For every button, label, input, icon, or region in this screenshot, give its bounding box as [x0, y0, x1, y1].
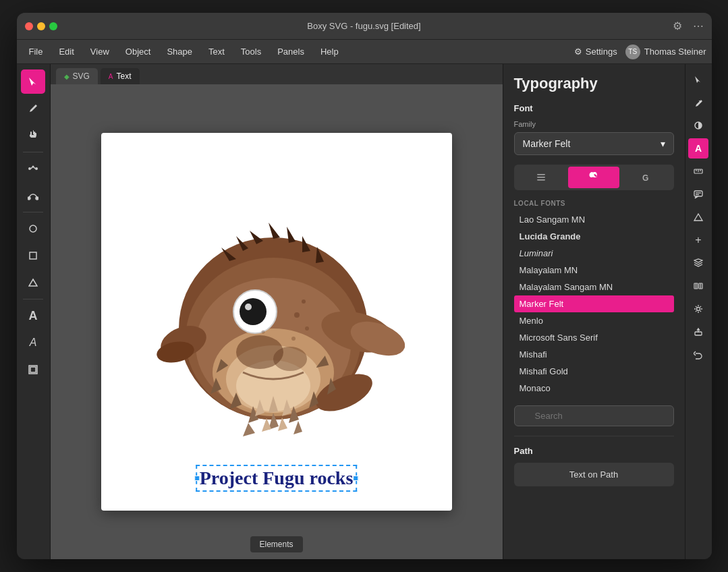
- font-source-list[interactable]: [516, 167, 567, 188]
- user-button[interactable]: TS Thomas Steiner: [625, 45, 706, 59]
- font-item-luminari[interactable]: Luminari: [514, 245, 674, 262]
- select-tool[interactable]: [21, 69, 45, 94]
- minimize-button[interactable]: [37, 22, 45, 30]
- menu-panels[interactable]: Panels: [271, 44, 311, 59]
- puzzle-icon[interactable]: ⚙: [673, 20, 682, 32]
- svg-point-73: [697, 308, 700, 311]
- font-item-malayalam[interactable]: Malayalam MN: [514, 262, 674, 279]
- rtool-triangle[interactable]: [688, 207, 708, 227]
- rtool-export[interactable]: [688, 322, 708, 342]
- menu-file[interactable]: File: [22, 44, 50, 59]
- text-element[interactable]: Project Fugu rocks: [197, 466, 356, 490]
- rtool-layers[interactable]: [688, 253, 708, 273]
- svg-point-1: [35, 167, 38, 170]
- nodes-tool[interactable]: [21, 156, 45, 181]
- svg-marker-26: [302, 236, 310, 252]
- font-family-select[interactable]: Marker Felt ▾: [514, 132, 674, 155]
- font-item-menlo[interactable]: Menlo: [514, 312, 674, 329]
- settings-button[interactable]: ⚙ Settings: [574, 47, 617, 57]
- maximize-button[interactable]: [49, 22, 57, 30]
- svg-point-4: [36, 197, 38, 200]
- font-search-input[interactable]: [514, 405, 674, 426]
- svg-text:G: G: [642, 173, 648, 183]
- menubar: File Edit View Object Shape Text Tools P…: [17, 40, 712, 64]
- font-item-mishafi-gold[interactable]: Mishafi Gold: [514, 363, 674, 380]
- app-window: Boxy SVG - fugu.svg [Edited] ⚙ ⋯ File Ed…: [17, 13, 712, 559]
- font-source-apple[interactable]: [568, 167, 619, 188]
- rtool-ruler[interactable]: [688, 161, 708, 181]
- menu-shape[interactable]: Shape: [160, 44, 199, 59]
- family-label: Family: [514, 120, 674, 128]
- more-icon[interactable]: ⋯: [693, 20, 704, 32]
- rtool-typography[interactable]: A: [688, 138, 708, 159]
- svg-marker-39: [243, 423, 255, 436]
- tab-text[interactable]: A Text: [101, 68, 140, 84]
- text-tool[interactable]: A: [21, 304, 45, 328]
- tab-svg-label: SVG: [73, 72, 90, 81]
- menu-object[interactable]: Object: [119, 44, 158, 59]
- svg-rect-65: [694, 191, 702, 196]
- right-icon-toolbar: A: [685, 64, 712, 559]
- menu-tools[interactable]: Tools: [234, 44, 268, 59]
- rtool-pen[interactable]: [688, 92, 708, 113]
- svg-point-49: [245, 304, 252, 310]
- font-item-marker-felt[interactable]: Marker Felt: [514, 295, 674, 312]
- rect-tool[interactable]: [21, 244, 45, 268]
- window-title: Boxy SVG - fugu.svg [Edited]: [307, 21, 420, 31]
- rtool-undo[interactable]: [688, 345, 708, 365]
- local-fonts-header: LOCAL FONTS: [514, 197, 674, 210]
- settings-label: Settings: [586, 47, 617, 57]
- rtool-library[interactable]: [688, 276, 708, 296]
- separator-3: [23, 299, 43, 299]
- titlebar: Boxy SVG - fugu.svg [Edited] ⚙ ⋯: [17, 13, 712, 40]
- svg-point-22: [273, 347, 307, 371]
- svg-marker-24: [269, 223, 280, 239]
- text-on-path-button[interactable]: Text on Path: [514, 463, 674, 486]
- settings-icon: ⚙: [574, 47, 582, 57]
- menu-edit[interactable]: Edit: [52, 44, 80, 59]
- rtool-cursor[interactable]: [688, 69, 708, 90]
- font-source-tabs: G: [514, 165, 674, 190]
- bezier-tool[interactable]: [21, 183, 45, 208]
- fugu-image: [148, 177, 405, 467]
- elements-button[interactable]: Elements: [250, 536, 302, 552]
- tab-svg[interactable]: ◆ SVG: [56, 68, 98, 84]
- svg-rect-56: [537, 177, 545, 178]
- text-tab-icon: A: [109, 73, 113, 80]
- pen-tool[interactable]: [21, 96, 45, 121]
- canvas-tabs: ◆ SVG A Text: [51, 64, 503, 84]
- font-list-container[interactable]: Lao Sangam MN Lucida Grande Luminari Mal…: [514, 211, 674, 400]
- hand-tool[interactable]: [21, 123, 45, 148]
- svg-marker-68: [694, 214, 702, 221]
- font-item-monaco[interactable]: Monaco: [514, 380, 674, 397]
- close-button[interactable]: [25, 22, 33, 30]
- triangle-tool[interactable]: [21, 270, 45, 295]
- canvas-white[interactable]: Project Fugu rocks: [101, 133, 452, 511]
- menu-help[interactable]: Help: [314, 44, 345, 59]
- frame-tool[interactable]: [21, 358, 45, 382]
- rtool-plus[interactable]: +: [688, 230, 708, 250]
- rtool-contrast[interactable]: [688, 115, 708, 136]
- svg-point-2: [32, 166, 34, 168]
- ellipse-tool[interactable]: [21, 217, 45, 241]
- font-source-google[interactable]: G: [621, 167, 672, 188]
- font-item-lucida[interactable]: Lucida Grande: [514, 228, 674, 245]
- rtool-comment[interactable]: [688, 184, 708, 204]
- panel-content: Typography Font Family Marker Felt ▾: [503, 64, 685, 559]
- user-name: Thomas Steiner: [644, 47, 706, 57]
- font-item-lao-sangam[interactable]: Lao Sangam MN: [514, 211, 674, 228]
- svg-marker-45: [278, 418, 287, 431]
- text-style-tool[interactable]: A: [21, 331, 45, 355]
- font-item-microsoft-sans[interactable]: Microsoft Sans Serif: [514, 329, 674, 346]
- path-section-title: Path: [514, 446, 674, 456]
- font-item-malayalam-sangam[interactable]: Malayalam Sangam MN: [514, 279, 674, 295]
- menu-view[interactable]: View: [84, 44, 116, 59]
- menu-text[interactable]: Text: [202, 44, 231, 59]
- rtool-gear[interactable]: [688, 299, 708, 319]
- text-handle-right[interactable]: [353, 476, 358, 481]
- text-handle-left[interactable]: [194, 476, 200, 481]
- search-wrapper: 🔍: [514, 405, 674, 426]
- titlebar-right: ⚙ ⋯: [673, 20, 704, 32]
- font-item-mishafi[interactable]: Mishafi: [514, 346, 674, 363]
- canvas-content[interactable]: Project Fugu rocks Elements: [51, 84, 503, 559]
